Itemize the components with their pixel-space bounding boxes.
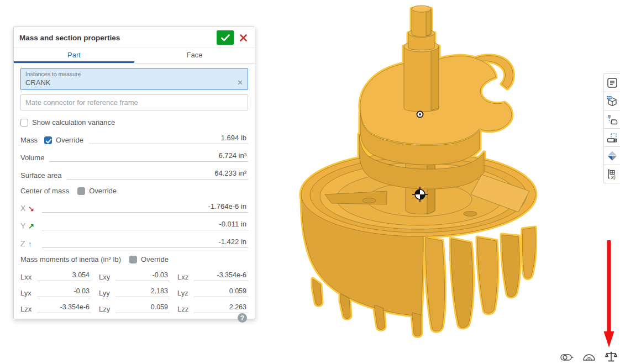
measure-toolbar	[559, 350, 619, 363]
com-x-row: X ↘ -1.764e-6 in	[20, 202, 248, 213]
crank-model	[301, 6, 535, 336]
inertia-cell-lxx: Lxx 3.054	[20, 271, 91, 281]
confirm-button[interactable]	[217, 30, 234, 45]
appearance-button[interactable]	[604, 147, 620, 165]
z-axis-label: Z	[20, 239, 28, 248]
y-axis-label: Y	[20, 221, 28, 230]
feature-list-button[interactable]	[604, 74, 620, 92]
inertia-cell-lyz: Lyz 0.059	[177, 287, 248, 297]
surface-area-value: 64.233 in²	[67, 169, 248, 180]
instances-field-value: CRANK	[25, 78, 237, 87]
feature-list-icon	[606, 77, 618, 89]
y-axis-arrow-icon: ↗	[28, 222, 36, 230]
inertia-label: Mass moments of inertia (in² lb)	[20, 255, 121, 263]
mass-row: Mass Override 1.694 lb	[20, 134, 248, 144]
mass-override-checkbox[interactable]	[44, 136, 52, 144]
mate-features-button[interactable]	[604, 110, 620, 129]
appearance-sphere-icon	[606, 150, 618, 162]
x-axis-label: X	[20, 204, 28, 213]
named-positions-icon	[606, 131, 618, 144]
dialog-body: Instances to measure CRANK ✕ Show calcul…	[14, 64, 255, 327]
bom-table-button[interactable]	[604, 92, 620, 110]
tab-face[interactable]: Face	[134, 48, 255, 63]
volume-label: Volume	[20, 154, 44, 162]
help-button[interactable]: ?	[238, 313, 247, 323]
tape-measure-icon	[560, 351, 574, 363]
inertia-cell-lyx: Lyx -0.03	[20, 287, 91, 297]
configurations-icon: x)	[606, 168, 618, 180]
mate-connector-input[interactable]	[20, 94, 248, 110]
mass-value[interactable]: 1.694 lb	[89, 134, 248, 144]
mass-label: Mass	[20, 136, 38, 144]
inertia-override-checkbox[interactable]	[129, 256, 137, 263]
dialog-footer: ?	[20, 313, 248, 324]
com-x-value[interactable]: -1.764e-6 in	[42, 202, 248, 213]
configurations-button[interactable]: x)	[604, 165, 620, 183]
protractor-icon	[582, 351, 596, 363]
inertia-cell-lzy: Lzy 0.059	[99, 303, 170, 313]
dialog-titlebar: Mass and section properties	[14, 27, 255, 48]
surface-area-label: Surface area	[20, 171, 61, 180]
close-x-icon	[240, 34, 247, 41]
mass-properties-button[interactable]	[603, 350, 619, 363]
com-y-value[interactable]: -0.011 in	[42, 220, 248, 230]
com-z-value[interactable]: -1.422 in	[42, 238, 248, 248]
mass-properties-dialog: Mass and section properties Part Face In…	[13, 27, 255, 319]
tab-part[interactable]: Part	[14, 48, 134, 63]
instances-field-label: Instances to measure	[25, 71, 243, 77]
show-variance-row: Show calculation variance	[20, 118, 248, 126]
com-z-row: Z ↑ -1.422 in	[20, 238, 248, 248]
svg-text:x): x)	[611, 174, 616, 180]
surface-area-row: Surface area 64.233 in²	[20, 169, 248, 180]
instances-to-measure-field[interactable]: Instances to measure CRANK ✕	[20, 68, 248, 90]
show-variance-checkbox[interactable]	[20, 119, 28, 126]
x-axis-arrow-icon: ↘	[28, 204, 36, 213]
close-button[interactable]	[236, 30, 250, 45]
inertia-cell-lzz: Lzz 2.263	[177, 303, 248, 313]
show-variance-label: Show calculation variance	[32, 118, 115, 126]
volume-row: Volume 6.724 in³	[20, 151, 248, 162]
app-window: Mass and section properties Part Face In…	[0, 0, 620, 364]
clear-selection-icon[interactable]: ✕	[237, 79, 243, 86]
center-of-mass-label: Center of mass	[20, 187, 69, 195]
dialog-tabs: Part Face	[14, 48, 255, 64]
inertia-header: Mass moments of inertia (in² lb) Overrid…	[20, 255, 248, 263]
mate-features-icon	[606, 113, 618, 125]
right-panel-toolbar: x)	[603, 73, 620, 183]
inertia-cell-lyy: Lyy 2.183	[99, 287, 170, 297]
inertia-cell-lxz: Lxz -3.354e-6	[177, 271, 248, 281]
confirm-check-icon	[221, 34, 230, 41]
com-override-checkbox[interactable]	[77, 187, 85, 195]
z-axis-arrow-icon: ↑	[28, 240, 36, 248]
bom-table-icon	[606, 95, 618, 107]
mass-override-label: Override	[56, 136, 83, 144]
help-question-icon: ?	[240, 314, 244, 322]
volume-value: 6.724 in³	[50, 151, 248, 162]
com-override-label: Override	[89, 187, 117, 195]
inertia-grid: Lxx 3.054 Lxy -0.03 Lxz -3.354e-6 Lyx -0…	[20, 271, 248, 313]
mate-connector-point-marker[interactable]	[417, 112, 423, 118]
named-positions-button[interactable]	[604, 129, 620, 147]
inertia-override-label: Override	[141, 255, 169, 263]
inertia-cell-lxy: Lxy -0.03	[99, 271, 170, 281]
inertia-cell-lzx: Lzx -3.354e-6	[20, 303, 91, 313]
tape-measure-button[interactable]	[559, 350, 575, 363]
com-y-row: Y ↗ -0.011 in	[20, 220, 248, 230]
center-of-mass-header: Center of mass Override	[20, 187, 248, 195]
protractor-button[interactable]	[581, 350, 597, 363]
dialog-title: Mass and section properties	[19, 34, 217, 42]
mass-properties-scale-icon	[605, 351, 618, 363]
